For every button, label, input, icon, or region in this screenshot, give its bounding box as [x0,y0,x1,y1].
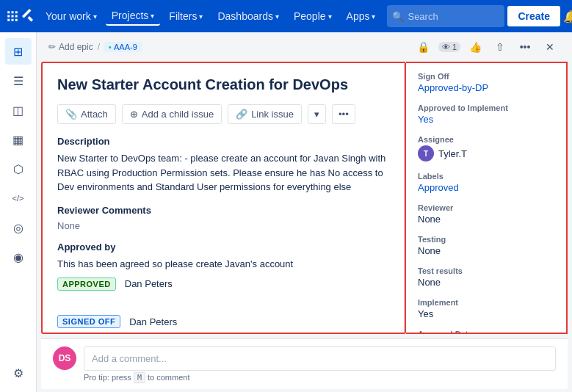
sidebar-roadmap-icon[interactable]: ◫ [5,97,32,123]
attach-button[interactable]: 📎 Attach [57,104,116,124]
signed-off-badge: SIGNED OFF [57,315,120,328]
sidebar-components-icon[interactable]: ⬡ [5,156,32,182]
sidebar-backlog-icon[interactable]: ☰ [5,68,32,94]
more-icon[interactable]: ••• [515,37,535,57]
jira-logo[interactable] [22,6,37,26]
watch-badge[interactable]: 👁 1 [438,42,460,52]
approved-by-label: Approved by [57,242,389,253]
assignee-avatar: T [418,145,434,161]
svg-rect-8 [15,19,18,21]
comment-tip: Pro tip: press M to comment [84,373,556,382]
comment-area: DS Add a comment... Pro tip: press M to … [41,338,568,389]
svg-rect-3 [7,15,10,18]
svg-rect-4 [12,15,14,18]
sidebar-board-icon[interactable]: ⊞ [5,38,32,65]
nav-dashboards[interactable]: Dashboards ▾ [211,7,285,25]
svg-rect-5 [15,15,18,18]
sidebar-releases-icon[interactable]: ◎ [5,214,32,241]
sidebar-code-icon[interactable]: </> [5,185,32,211]
issue-main-content: New Starter Account Creation for DevOps … [43,63,405,333]
more-options-button[interactable]: ••• [332,104,355,124]
reviewer-comments-value: None [57,220,389,231]
left-sidebar: ⊞ ☰ ◫ ▦ ⬡ </> ◎ ◉ ⚙ [0,32,37,392]
nav-people[interactable]: People ▾ [288,7,338,25]
svg-rect-7 [12,19,14,21]
nav-your-work[interactable]: Your work ▾ [40,7,103,25]
sidebar-field-approval-date: Approval Date17 Aug 2021, 12:00 [418,330,554,334]
user-avatar: DS [53,346,76,370]
svg-rect-1 [12,11,14,13]
chevron-down-icon: ▾ [199,12,203,21]
sidebar-field-sign-off: Sign OffApproved-by-DP [418,72,554,93]
like-icon[interactable]: 👍 [465,37,485,57]
eye-icon: 👁 [442,43,450,51]
description-text: New Starter to DevOps team: - please cre… [57,151,389,195]
link-icon: 🔗 [236,109,247,120]
paperclip-icon: 📎 [65,109,77,120]
svg-rect-6 [7,19,10,21]
link-issue-button[interactable]: 🔗 Link issue [228,104,302,124]
chevron-down-icon: ▾ [93,12,97,21]
issue-toolbar: 📎 Attach ⊕ Add a child issue 🔗 Link issu… [57,104,389,124]
issue-title: New Starter Account Creation for DevOps [57,75,389,94]
notifications-icon[interactable]: 🔔 [563,5,572,27]
search-icon: 🔍 [392,11,404,22]
chevron-down-icon: ▾ [151,12,154,20]
description-label: Description [57,136,389,147]
svg-rect-0 [7,11,10,13]
signed-off-name: Dan Peters [129,315,177,330]
issue-icon: ▪ [109,43,112,51]
approved-by-text: This has been agreed so please create Ja… [57,257,389,272]
reviewer-comments-label: Reviewer Comments [57,205,389,216]
add-child-issue-button[interactable]: ⊕ Add a child issue [122,104,222,124]
comment-input[interactable]: Add a comment... [84,346,556,371]
create-button[interactable]: Create [507,6,560,26]
breadcrumb: ✏ Add epic / ▪ AAA-9 🔒 👁 1 👍 ⇧ ••• ✕ [37,32,572,62]
sidebar-field-implement: ImplementYes [418,298,554,319]
add-epic-link[interactable]: ✏ Add epic [48,42,93,52]
grid-menu-icon[interactable] [6,6,19,26]
issue-sidebar: Sign OffApproved-by-DPApproved to Implem… [406,62,568,334]
sidebar-reports-icon[interactable]: ▦ [5,126,32,153]
chevron-down-icon: ▾ [275,12,279,21]
sidebar-field-approved-to-implement: Approved to ImplementYes [418,104,554,125]
top-navigation: Your work ▾ Projects ▾ Filters ▾ Dashboa… [0,0,572,32]
sidebar-issues-icon[interactable]: ◉ [5,244,32,270]
approved-badge: APPROVED [57,277,116,291]
nav-apps[interactable]: Apps ▾ [341,7,382,25]
nav-projects[interactable]: Projects ▾ [106,7,161,26]
comment-input-wrap: Add a comment... Pro tip: press M to com… [84,346,556,382]
chevron-down-icon: ▾ [328,12,332,21]
pencil-icon: ✏ [48,42,56,52]
share-icon[interactable]: ⇧ [490,37,510,57]
search-wrap: 🔍 [387,5,504,27]
keyboard-shortcut: M [134,372,145,383]
lock-icon[interactable]: 🔒 [413,37,434,57]
close-icon[interactable]: ✕ [540,37,560,57]
search-input[interactable] [387,5,504,27]
sidebar-field-testing: TestingNone [418,235,554,256]
toolbar-dropdown-button[interactable]: ▾ [308,104,326,124]
content-area: ✏ Add epic / ▪ AAA-9 🔒 👁 1 👍 ⇧ ••• ✕ [37,32,572,392]
child-icon: ⊕ [130,109,138,120]
issue-id-tag[interactable]: ▪ AAA-9 [104,42,142,52]
sidebar-field-assignee: AssigneeTTyler.T [418,135,554,161]
sidebar-settings-icon[interactable]: ⚙ [5,360,32,386]
sidebar-field-test-results: Test resultsNone [418,266,554,288]
breadcrumb-separator: / [98,42,100,52]
chevron-down-icon: ▾ [372,12,375,21]
main-layout: ⊞ ☰ ◫ ▦ ⬡ </> ◎ ◉ ⚙ ✏ Add epic / ▪ AAA-9… [0,32,572,392]
svg-rect-2 [15,11,18,13]
sidebar-field-reviewer: ReviewerNone [418,203,554,225]
approved-name: Dan Peters [125,277,173,291]
nav-filters[interactable]: Filters ▾ [163,7,209,25]
sidebar-field-labels: LabelsApproved [418,172,554,193]
